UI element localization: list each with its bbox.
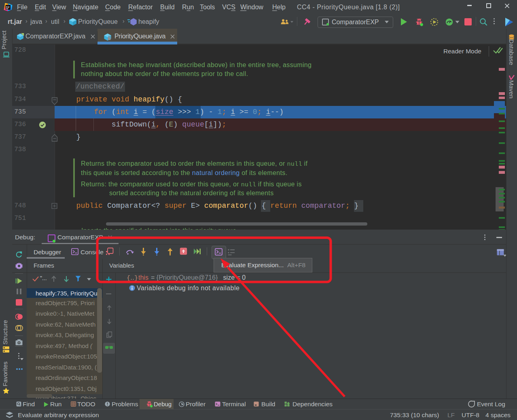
- svg-text:IJ: IJ: [6, 6, 9, 9]
